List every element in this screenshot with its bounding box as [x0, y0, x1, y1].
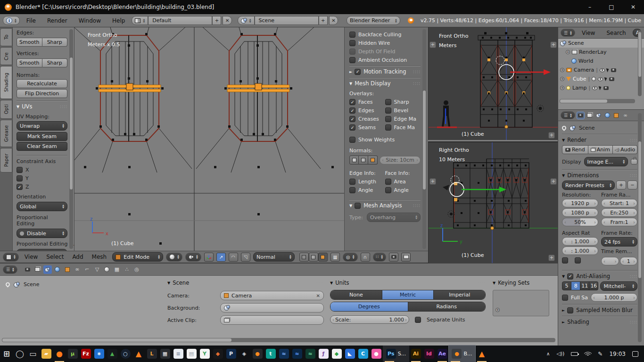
menu-mesh[interactable]: Mesh: [89, 254, 110, 260]
scene-field[interactable]: Scene: [255, 16, 319, 25]
face-select-button[interactable]: [318, 253, 328, 262]
maximize-button[interactable]: □: [601, 0, 622, 14]
menu-select[interactable]: Select: [43, 254, 66, 260]
orientation-dropdown[interactable]: Global: [17, 202, 67, 211]
translate-manipulator-button[interactable]: ↗: [216, 253, 226, 262]
render-layers-context-icon[interactable]: [33, 265, 42, 274]
uvs-panel-header[interactable]: UVs::::: [17, 103, 67, 110]
vertex-smooth-button[interactable]: Smooth: [17, 58, 42, 67]
object-context-icon[interactable]: [63, 265, 72, 274]
axis-z-checkbox[interactable]: [17, 184, 23, 190]
hidden-wire-checkbox[interactable]: [349, 40, 355, 46]
editor-type-button[interactable]: ☰: [3, 265, 17, 274]
edge-angle-checkbox[interactable]: [349, 187, 355, 193]
creases-checkbox[interactable]: [349, 116, 355, 122]
outliner-item-world[interactable]: World: [558, 57, 644, 66]
editor-type-button[interactable]: i: [3, 16, 20, 25]
proportional-edit-button[interactable]: ◎: [343, 253, 358, 262]
particles-context-icon[interactable]: ∴: [123, 265, 131, 274]
units-metric-button[interactable]: Metric: [382, 290, 434, 299]
face-angle-checkbox[interactable]: [385, 187, 391, 193]
screen-layout-field[interactable]: Default: [148, 16, 212, 25]
physics-context-icon[interactable]: ◎: [132, 265, 141, 274]
clock[interactable]: 19:03: [609, 351, 626, 357]
crop-checkbox[interactable]: [575, 257, 581, 263]
border-checkbox[interactable]: [562, 257, 568, 263]
properties-scrollbar[interactable]: [638, 113, 642, 342]
google-drive-icon[interactable]: ▲: [106, 346, 119, 362]
unit-scale-slider[interactable]: Scale:1.000: [330, 315, 409, 324]
frame-end-field[interactable]: En:250: [601, 208, 637, 217]
npanel-scrollbar[interactable]: [422, 29, 426, 249]
frame-start-field[interactable]: Start: 1: [601, 199, 637, 207]
panel-drag-dots[interactable]: ::::: [60, 104, 67, 109]
aspect-y-field[interactable]: : 1.000: [562, 247, 598, 255]
unwrap-dropdown[interactable]: Unwrap: [17, 121, 67, 131]
show-weights-checkbox[interactable]: [349, 137, 355, 143]
indesign-icon[interactable]: Id: [422, 346, 436, 362]
vertex-normals-button[interactable]: [349, 156, 359, 165]
render-presets-dropdown[interactable]: Render Presets: [562, 181, 615, 190]
expand-icon[interactable]: +: [560, 77, 564, 81]
pin-icon[interactable]: [5, 281, 11, 288]
menu-render[interactable]: Render: [42, 17, 72, 24]
steam-icon[interactable]: ○: [119, 346, 132, 362]
tab-options[interactable]: Opti: [0, 100, 12, 119]
seams-checkbox[interactable]: [349, 124, 355, 131]
object-context-icon[interactable]: [613, 112, 620, 119]
editor-type-button[interactable]: ☰: [561, 29, 575, 37]
manipulator-axis-button[interactable]: [204, 253, 214, 262]
split-area-button[interactable]: +: [550, 178, 557, 185]
file-explorer-icon[interactable]: ▰: [40, 346, 53, 362]
sharp-checkbox[interactable]: [385, 99, 391, 105]
editor-type-button[interactable]: ☰: [561, 111, 575, 119]
photoshop-icon[interactable]: PsS...: [383, 346, 409, 362]
pin-icon[interactable]: [561, 125, 567, 131]
scene-icon-button[interactable]: [238, 16, 255, 25]
visibility-icon[interactable]: [600, 68, 605, 72]
data-context-icon[interactable]: ▽: [93, 265, 101, 274]
scale-manipulator-button[interactable]: ◹: [241, 253, 250, 262]
feather-app-icon[interactable]: ƒ: [317, 346, 330, 362]
render-opengl-anim-button[interactable]: [401, 253, 411, 262]
delete-scene-button[interactable]: ✕: [329, 16, 338, 25]
add-layout-button[interactable]: +: [212, 16, 221, 25]
mesh-analysis-checkbox[interactable]: [355, 203, 361, 209]
after-effects-icon[interactable]: Ae: [436, 346, 449, 362]
time-remap-old-field[interactable]: [601, 257, 619, 265]
limit-selection-button[interactable]: ▦: [330, 253, 340, 262]
split-area-button[interactable]: +: [429, 178, 436, 185]
volume-icon[interactable]: ◁)): [556, 351, 564, 357]
render-context-icon[interactable]: [24, 265, 32, 274]
split-area-button[interactable]: +: [548, 132, 555, 139]
edges-checkbox[interactable]: [349, 107, 355, 114]
keying-sets-list[interactable]: +: [493, 290, 549, 316]
mark-seam-button[interactable]: Mark Seam: [17, 132, 67, 141]
snap-toggle-button[interactable]: ∩: [361, 253, 370, 262]
remove-preset-button[interactable]: −: [627, 181, 637, 189]
document-icon[interactable]: ▤: [185, 346, 198, 362]
quad-view-front[interactable]: Front Ortho Meters (1) Cube: [428, 27, 558, 140]
outliner-search-menu[interactable]: Search: [602, 30, 630, 36]
active-clip-field[interactable]: [220, 315, 324, 325]
bottom-hscrollbar[interactable]: [2, 338, 555, 342]
editor-type-button[interactable]: [3, 253, 19, 262]
proportional-editing-dropdown[interactable]: Disable: [17, 229, 67, 238]
motion-tracking-checkbox[interactable]: [355, 69, 361, 75]
quad-view-right[interactable]: z y Right Ortho 10 Meters (1) Cube: [428, 141, 558, 263]
outliner-item-lamp[interactable]: +Lamp|: [558, 83, 644, 92]
animation-button[interactable]: Anim: [588, 145, 613, 154]
units-imperial-button[interactable]: Imperial: [433, 290, 485, 299]
outliner-hscrollbar[interactable]: [560, 99, 635, 103]
blender-active-icon[interactable]: ●B...: [449, 346, 475, 362]
search-icon[interactable]: ◯: [13, 346, 26, 362]
tab-grease[interactable]: Grease: [0, 120, 12, 147]
illustrator-icon[interactable]: Ai: [409, 346, 422, 362]
edge-length-checkbox[interactable]: [349, 179, 355, 185]
aspect-x-field[interactable]: : 1.000: [562, 237, 598, 246]
faces-checkbox[interactable]: [349, 99, 355, 105]
add-keying-set-icon[interactable]: +: [495, 308, 500, 312]
pen-icon[interactable]: ✎: [598, 351, 603, 357]
main-3d-viewport[interactable]: z x Front Ortho Meters x 0.5 (1) Cube: [74, 27, 344, 251]
modifiers-context-icon[interactable]: ⌐: [83, 265, 91, 274]
